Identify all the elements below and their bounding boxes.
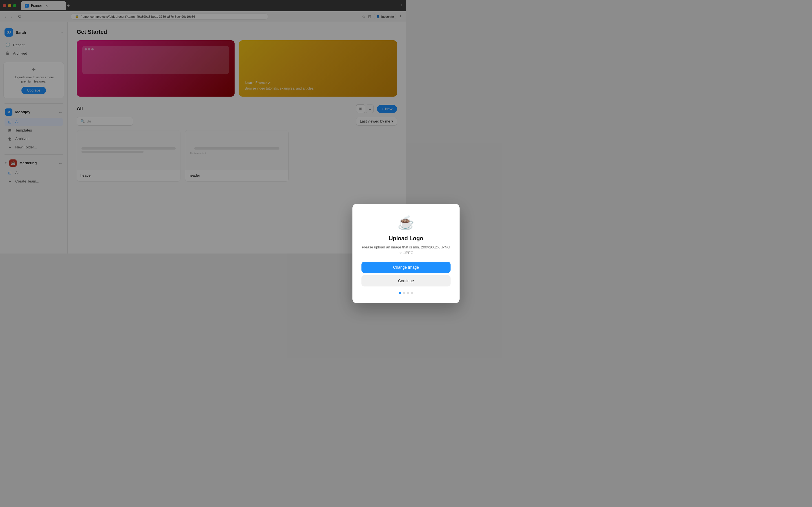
upload-logo-modal: ☕ Upload Logo Please upload an image tha… — [352, 204, 406, 253]
modal-logo-icon: ☕ — [361, 215, 406, 231]
modal-title: Upload Logo — [361, 235, 406, 242]
modal-description: Please upload an image that is min. 200×… — [361, 244, 406, 253]
modal-overlay[interactable]: ☕ Upload Logo Please upload an image tha… — [0, 0, 406, 253]
